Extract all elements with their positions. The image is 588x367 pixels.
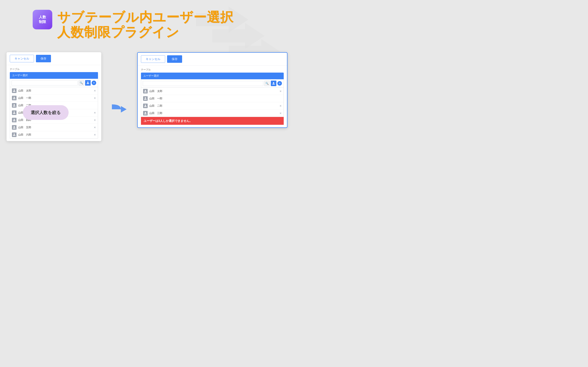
left-save-button[interactable]: 保存: [36, 55, 51, 62]
right-user-row: 山田 二郎 ✕: [141, 102, 284, 110]
left-user-row: 山田 太郎 ✕: [10, 87, 98, 94]
user-avatar: [12, 110, 17, 115]
right-cancel-button[interactable]: キャンセル: [141, 55, 165, 63]
user-name: 山田 五郎: [18, 126, 92, 129]
right-search-input[interactable]: [143, 81, 263, 86]
panels-area: キャンセル 保存 テーブル ユーザー選択 🔍 + 山田 太郎 ✕ 山田 一郎 ✕: [7, 52, 287, 141]
right-user-row: 山田 太郎 ✕: [141, 88, 284, 95]
remove-button[interactable]: ✕: [94, 133, 96, 136]
right-table-label: テーブル: [141, 68, 284, 71]
user-avatar: [12, 125, 17, 130]
right-save-button[interactable]: 保存: [167, 55, 182, 63]
user-avatar: [12, 96, 17, 100]
right-search-icon-btn[interactable]: 🔍: [264, 81, 270, 86]
remove-button[interactable]: ✕: [94, 97, 96, 100]
badge-line2: 制限: [39, 20, 46, 24]
left-user-select-header: ユーザー選択: [10, 72, 98, 79]
remove-button[interactable]: ✕: [279, 112, 282, 115]
right-search-area: 🔍 +: [141, 79, 284, 88]
main-title: サブテーブル内ユーザー選択 人数制限プラグイン: [57, 10, 278, 40]
right-panel-content: テーブル ユーザー選択 🔍 + 山田 太郎 ✕ 山田 一郎 山田 二郎: [138, 66, 287, 127]
left-search-area: 🔍 +: [10, 79, 98, 87]
plugin-badge: 人数 制限: [33, 10, 52, 29]
user-avatar: [12, 118, 17, 122]
remove-button[interactable]: ✕: [94, 126, 96, 129]
user-name: 山田 六郎: [18, 133, 92, 136]
user-name: 山田 太郎: [18, 89, 92, 92]
left-add-button[interactable]: +: [92, 81, 96, 85]
callout-bubble: 選択人数を絞る: [23, 105, 69, 120]
user-avatar: [12, 88, 17, 93]
left-cancel-button[interactable]: キャンセル: [10, 55, 34, 62]
left-user-row: 山田 五郎 ✕: [10, 124, 98, 131]
user-name: 山田 三郎: [149, 112, 278, 115]
right-user-list: 山田 太郎 ✕ 山田 一郎 山田 二郎 ✕ 山田 三郎 ✕: [141, 88, 284, 117]
title-line2: 人数制限プラグイン: [57, 25, 278, 40]
left-search-icon-btn[interactable]: 🔍: [78, 80, 84, 86]
user-avatar: [12, 133, 17, 137]
user-avatar: [143, 96, 148, 101]
right-add-button[interactable]: +: [277, 81, 282, 86]
left-user-icon-btn[interactable]: [85, 80, 91, 86]
remove-button[interactable]: ✕: [279, 104, 282, 108]
user-avatar: [12, 103, 17, 108]
left-panel-content: テーブル ユーザー選択 🔍 + 山田 太郎 ✕ 山田 一郎 ✕ 山田 二郎: [7, 65, 101, 141]
user-name: 山田 太郎: [149, 90, 278, 93]
right-user-select-header: ユーザー選択: [141, 73, 284, 79]
left-user-row: 山田 六郎 ✕: [10, 131, 98, 138]
remove-button[interactable]: ✕: [94, 111, 96, 114]
arrow-divider: [111, 101, 127, 117]
left-panel: キャンセル 保存 テーブル ユーザー選択 🔍 + 山田 太郎 ✕ 山田 一郎 ✕: [7, 52, 101, 141]
title-area: 人数 制限 サブテーブル内ユーザー選択 人数制限プラグイン: [33, 10, 278, 40]
user-avatar: [143, 104, 148, 108]
right-toolbar: キャンセル 保存: [138, 53, 287, 66]
right-user-row: 山田 一郎: [141, 95, 284, 102]
remove-button[interactable]: ✕: [94, 89, 96, 92]
remove-button[interactable]: ✕: [279, 90, 282, 93]
left-user-row: 山田 一郎 ✕: [10, 94, 98, 102]
user-name: 山田 一郎: [149, 97, 282, 100]
right-user-row: 山田 三郎 ✕: [141, 110, 284, 117]
user-name: 山田 一郎: [18, 96, 92, 100]
badge-line1: 人数: [39, 15, 46, 20]
left-search-input[interactable]: [12, 80, 78, 85]
callout-text: 選択人数を絞る: [31, 110, 61, 116]
right-panel: キャンセル 保存 テーブル ユーザー選択 🔍 + 山田 太郎 ✕ 山田 一郎: [137, 52, 287, 128]
left-table-label: テーブル: [10, 68, 98, 71]
left-toolbar: キャンセル 保存: [7, 52, 101, 65]
title-line1: サブテーブル内ユーザー選択: [57, 10, 278, 25]
user-avatar: [143, 111, 148, 116]
error-bar: ユーザーは3人しか選択できません。: [141, 117, 284, 125]
user-avatar: [143, 89, 148, 93]
user-name: 山田 二郎: [149, 104, 278, 108]
right-user-icon-btn[interactable]: [271, 81, 276, 86]
remove-button[interactable]: ✕: [94, 119, 96, 122]
